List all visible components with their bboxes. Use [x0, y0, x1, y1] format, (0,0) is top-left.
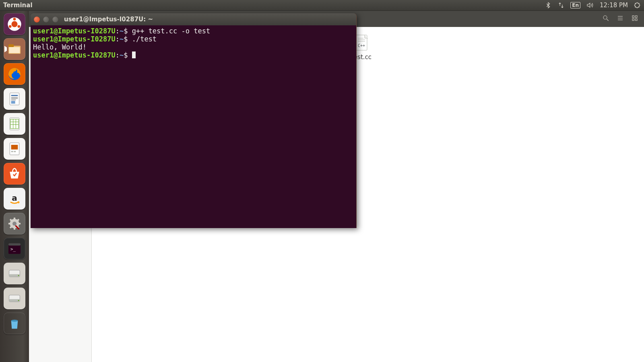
- svg-point-28: [12, 222, 17, 226]
- terminal-body[interactable]: user1@Impetus-I0287U:~$ g++ test.cc -o t…: [31, 25, 356, 228]
- svg-rect-11: [11, 95, 18, 96]
- svg-point-40: [603, 16, 607, 19]
- svg-text:C++: C++: [358, 43, 365, 48]
- terminal-icon[interactable]: >_: [4, 238, 25, 259]
- files-icon[interactable]: [4, 38, 25, 60]
- dash-icon[interactable]: [4, 13, 25, 35]
- power-icon[interactable]: [634, 0, 641, 10]
- svg-rect-46: [636, 16, 638, 18]
- svg-point-39: [11, 320, 18, 322]
- launcher: a>_: [0, 11, 29, 362]
- svg-point-4: [18, 25, 21, 28]
- terminal-title: user1@Impetus-I0287U: ~: [64, 16, 153, 23]
- svg-rect-14: [11, 100, 16, 101]
- svg-point-5: [9, 25, 12, 28]
- svg-point-3: [13, 18, 16, 21]
- writer-icon[interactable]: [4, 88, 25, 110]
- network-icon[interactable]: [557, 0, 565, 10]
- terminal-window[interactable]: user1@Impetus-I0287U: ~ user1@Impetus-I0…: [31, 13, 357, 228]
- amazon-icon[interactable]: a: [4, 188, 25, 210]
- svg-point-38: [18, 300, 19, 301]
- svg-rect-45: [632, 16, 634, 18]
- grid-view-icon[interactable]: [631, 14, 638, 23]
- svg-point-2: [12, 21, 18, 27]
- svg-rect-25: [14, 151, 16, 152]
- terminal-cursor: [132, 51, 136, 58]
- maximize-icon[interactable]: [52, 16, 58, 23]
- search-icon[interactable]: [602, 14, 609, 23]
- settings-icon[interactable]: [4, 213, 25, 234]
- svg-rect-24: [11, 151, 13, 152]
- svg-rect-13: [11, 98, 18, 99]
- firefox-icon[interactable]: [4, 63, 25, 85]
- svg-text:>_: >_: [10, 247, 16, 252]
- terminal-titlebar[interactable]: user1@Impetus-I0287U: ~: [31, 13, 356, 25]
- disk1-icon[interactable]: [4, 263, 25, 284]
- sound-icon[interactable]: [586, 0, 593, 10]
- minimize-icon[interactable]: [43, 16, 49, 23]
- top-panel: Terminal En 12:18 PM: [0, 0, 644, 11]
- bluetooth-icon[interactable]: [545, 0, 552, 10]
- active-app-title: Terminal: [3, 2, 33, 9]
- svg-rect-16: [10, 118, 19, 130]
- svg-rect-23: [11, 145, 18, 150]
- clock[interactable]: 12:18 PM: [600, 0, 628, 10]
- impress-icon[interactable]: [4, 138, 25, 160]
- svg-rect-8: [9, 47, 20, 53]
- svg-rect-48: [636, 19, 638, 21]
- svg-text:a: a: [12, 193, 17, 203]
- calc-icon[interactable]: [4, 113, 25, 135]
- svg-point-35: [18, 275, 19, 276]
- svg-line-41: [607, 19, 609, 21]
- close-icon[interactable]: [34, 16, 40, 23]
- software-icon[interactable]: [4, 163, 25, 185]
- list-view-icon[interactable]: [617, 14, 624, 23]
- disk2-icon[interactable]: [4, 288, 25, 309]
- svg-rect-31: [8, 243, 21, 246]
- trash-icon[interactable]: [4, 313, 25, 334]
- language-icon[interactable]: En: [570, 0, 580, 10]
- svg-rect-7: [8, 44, 14, 47]
- svg-rect-47: [632, 19, 634, 21]
- svg-rect-12: [11, 97, 18, 98]
- svg-rect-15: [11, 101, 15, 104]
